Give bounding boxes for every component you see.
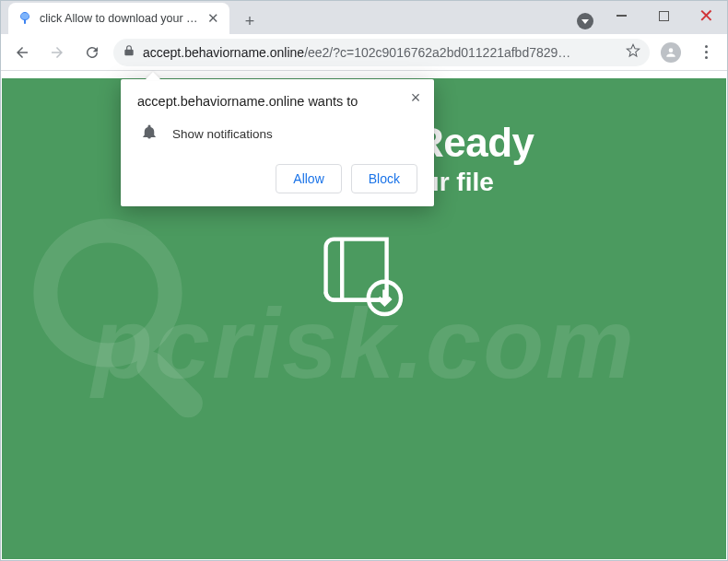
prompt-origin-text: accept.behaviorname.online wants to [137,94,417,109]
lock-icon [123,44,135,61]
prompt-permission-label: Show notifications [172,127,273,141]
tab-title: click Allow to download your file [40,12,198,25]
chevron-down-icon [577,13,593,29]
avatar-icon [661,42,681,63]
window-maximize-button[interactable] [642,1,685,30]
block-button[interactable]: Block [351,164,417,193]
book-download-icon [313,223,415,324]
browser-toolbar: accept.behaviorname.online/ee2/?c=102c90… [1,34,727,71]
svg-point-1 [46,230,170,355]
url-text: accept.behaviorname.online/ee2/?c=102c90… [143,45,618,60]
tab-close-button[interactable]: ✕ [205,10,220,27]
bell-icon [141,123,158,144]
tabs-dropdown-button[interactable] [572,8,598,34]
reload-button[interactable] [78,39,106,66]
arrow-right-icon [49,44,65,61]
window-minimize-button[interactable] [600,1,642,30]
allow-button[interactable]: Allow [276,164,341,193]
profile-avatar-button[interactable] [657,39,685,66]
kebab-icon [705,45,708,59]
browser-tab[interactable]: click Allow to download your file ✕ [8,3,229,34]
forward-button[interactable] [43,39,71,66]
prompt-close-button[interactable]: × [405,87,427,109]
address-bar[interactable]: accept.behaviorname.online/ee2/?c=102c90… [113,39,650,66]
back-button[interactable] [8,39,36,66]
svg-rect-2 [131,345,209,424]
bookmark-star-button[interactable] [626,43,640,62]
new-tab-button[interactable]: + [237,8,263,34]
overflow-menu-button[interactable] [692,39,720,66]
reload-icon [84,44,100,61]
favicon-icon [18,11,32,26]
window-close-button[interactable]: ✕ [685,1,727,30]
arrow-left-icon [14,44,30,61]
svg-point-0 [21,13,29,19]
permission-prompt: × accept.behaviorname.online wants to Sh… [121,79,434,206]
